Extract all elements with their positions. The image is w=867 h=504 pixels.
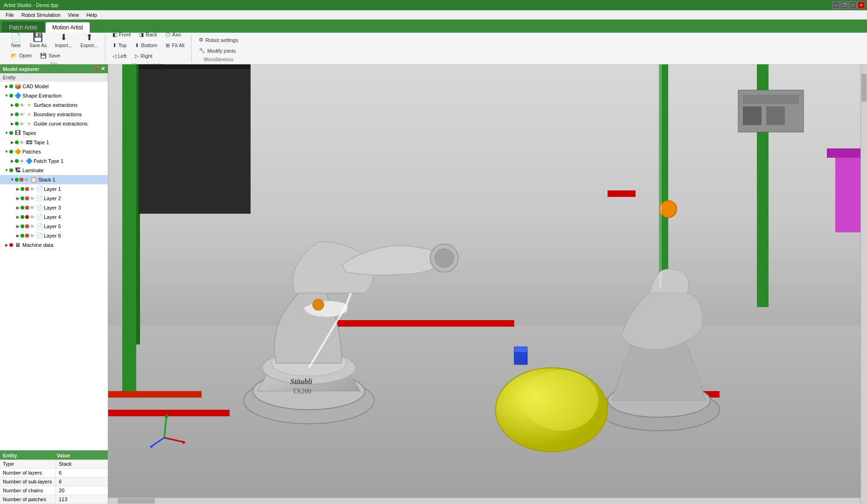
right-button[interactable]: ▷ Right [132, 52, 156, 61]
boundary-extractions-eye[interactable]: 👁 [20, 112, 24, 117]
axo-button[interactable]: ⬡ Axo [162, 30, 184, 39]
horizontal-scrollbar[interactable] [108, 497, 860, 504]
tree-item-shape-extraction[interactable]: ▼ 🔷 Shape Extraction [0, 91, 108, 100]
stack1-status [15, 178, 19, 182]
guide-curve-status [15, 122, 19, 126]
tree-item-cad-model[interactable]: ▶ 📦 CAD Model [0, 82, 108, 91]
tree-item-machine-data[interactable]: ▶ 🖥 Machine data [0, 240, 108, 250]
tree-item-tape1[interactable]: ▶ 👁 📼 Tape 1 [0, 138, 108, 147]
stack1-red-icon [20, 178, 23, 182]
menu-help[interactable]: Help [83, 11, 101, 19]
top-button[interactable]: ⬆ Top [109, 41, 130, 50]
layer4-status [21, 215, 24, 219]
layer5-arrow[interactable]: ▶ [15, 224, 21, 229]
modify-joints-button[interactable]: 🔧 Modify joints [196, 46, 239, 55]
panel-pin-button[interactable]: 📌 [92, 66, 99, 72]
layer6-arrow[interactable]: ▶ [15, 233, 21, 238]
stack1-arrow[interactable]: ▼ [9, 177, 15, 182]
patch-type1-eye[interactable]: 👁 [20, 159, 24, 164]
vertical-scrollbar[interactable] [860, 64, 867, 504]
layer2-eye[interactable]: 👁 [30, 196, 35, 201]
tree-item-stack1[interactable]: ▼ 👁 📋 Stack 1 [0, 175, 108, 184]
robot-settings-button[interactable]: ⚙ Robot settings [196, 35, 241, 44]
tree-item-boundary-extractions[interactable]: ▶ 👁 🔸 Boundary extractions [0, 110, 108, 119]
restore-button[interactable]: ❐ [841, 1, 848, 9]
patches-arrow[interactable]: ▼ [4, 149, 9, 154]
tree-item-layer2[interactable]: ▶ 👁 📄 Layer 2 [0, 194, 108, 203]
tape1-eye[interactable]: 👁 [20, 140, 24, 145]
guide-curve-icon: 🔸 [25, 120, 33, 127]
tree-item-layer5[interactable]: ▶ 👁 📄 Layer 5 [0, 222, 108, 231]
layer5-eye[interactable]: 👁 [30, 224, 35, 229]
import-button[interactable]: ⬇ Import... [52, 31, 76, 49]
guide-curve-arrow[interactable]: ▶ [9, 121, 15, 126]
guide-curve-eye[interactable]: 👁 [20, 121, 24, 126]
viewport[interactable]: Stäubli TX200 [108, 64, 867, 504]
menu-view[interactable]: View [64, 11, 83, 19]
new-button[interactable]: 📄 New [7, 31, 24, 49]
surface-extractions-icon: 🔸 [25, 101, 33, 109]
surface-extractions-arrow[interactable]: ▶ [9, 103, 15, 107]
tree-item-layer1[interactable]: ▶ 👁 📄 Layer 1 [0, 184, 108, 194]
left-button[interactable]: ◁ Left [109, 52, 130, 61]
title-bar-buttons: ─ ❐ □ ✕ [832, 1, 865, 9]
tree-item-patch-type1[interactable]: ▶ 👁 🔷 Patch Type 1 [0, 156, 108, 166]
save-as-button[interactable]: 💾 Save As [26, 31, 50, 49]
svg-rect-41 [659, 64, 662, 288]
tree-item-patches[interactable]: ▼ 🔶 Patches [0, 147, 108, 156]
tree-item-layer6[interactable]: ▶ 👁 📄 Layer 6 [0, 231, 108, 240]
machine-data-arrow[interactable]: ▶ [4, 243, 9, 247]
tree-item-layer4[interactable]: ▶ 👁 📄 Layer 4 [0, 212, 108, 222]
layer2-arrow[interactable]: ▶ [15, 196, 21, 201]
layer4-eye[interactable]: 👁 [30, 215, 35, 220]
boundary-extractions-arrow[interactable]: ▶ [9, 112, 15, 117]
tree-item-guide-curve[interactable]: ▶ 👁 🔸 Guide curve extractions [0, 119, 108, 128]
toolbar: 📄 New 💾 Save As ⬇ Import... ⬆ Export... … [0, 33, 867, 64]
close-button[interactable]: ✕ [858, 1, 865, 9]
fit-all-button[interactable]: ⊞ Fit All [162, 41, 188, 50]
export-button[interactable]: ⬆ Export... [77, 31, 101, 49]
laminate-arrow[interactable]: ▼ [4, 168, 9, 173]
layer4-arrow[interactable]: ▶ [15, 215, 21, 219]
tree-item-laminate[interactable]: ▼ 🏗 Laminate [0, 166, 108, 175]
panel-close-button[interactable]: ✕ [101, 66, 105, 72]
back-button[interactable]: ◨ Back [136, 30, 160, 39]
tapes-arrow[interactable]: ▼ [4, 131, 9, 135]
new-label: New [11, 43, 21, 48]
stack1-eye[interactable]: 👁 [24, 177, 29, 182]
svg-rect-12 [309, 320, 514, 327]
menu-robot-simulation[interactable]: Robot Simulation [18, 11, 64, 19]
maximize-button[interactable]: □ [849, 1, 857, 9]
vertical-scroll-thumb[interactable] [861, 74, 867, 102]
tape1-arrow[interactable]: ▶ [9, 140, 15, 145]
layer4-label: Layer 4 [44, 214, 61, 220]
bottom-button[interactable]: ⬇ Bottom [132, 41, 161, 50]
open-label: Open [19, 53, 32, 58]
menu-file[interactable]: File [2, 11, 18, 19]
cad-model-arrow[interactable]: ▶ [4, 84, 9, 89]
surface-extractions-eye[interactable]: 👁 [20, 103, 24, 108]
prop-num-sub-layers-key: Number of sub-layers [0, 477, 56, 486]
entity-col-header: Entity [0, 451, 54, 460]
layer3-arrow[interactable]: ▶ [15, 205, 21, 210]
tree-item-surface-extractions[interactable]: ▶ 👁 🔸 Surface extractions [0, 100, 108, 110]
tree-item-layer3[interactable]: ▶ 👁 📄 Layer 3 [0, 203, 108, 212]
open-button[interactable]: 📂 Open [7, 51, 35, 60]
tree-item-tapes[interactable]: ▼ 🎞 Tapes [0, 128, 108, 138]
layer4-red-circle [25, 215, 29, 219]
front-icon: ◧ [112, 32, 117, 38]
shape-extraction-arrow[interactable]: ▼ [4, 93, 9, 98]
tapes-icon: 🎞 [14, 129, 21, 137]
patch-type1-arrow[interactable]: ▶ [9, 159, 15, 163]
front-button[interactable]: ◧ Front [109, 30, 134, 39]
guide-curve-label: Guide curve extractions [34, 121, 88, 126]
horizontal-scroll-thumb[interactable] [118, 498, 155, 504]
layer6-eye[interactable]: 👁 [30, 233, 35, 238]
layer3-eye[interactable]: 👁 [30, 205, 35, 210]
layer1-arrow[interactable]: ▶ [15, 187, 21, 191]
minimize-button[interactable]: ─ [832, 1, 840, 9]
svg-text:Stäubli: Stäubli [290, 378, 313, 385]
layer1-eye[interactable]: 👁 [30, 187, 35, 192]
view-row2: ⬆ Top ⬇ Bottom ⊞ Fit All [109, 41, 188, 50]
save-button[interactable]: 💾 Save [37, 51, 63, 60]
